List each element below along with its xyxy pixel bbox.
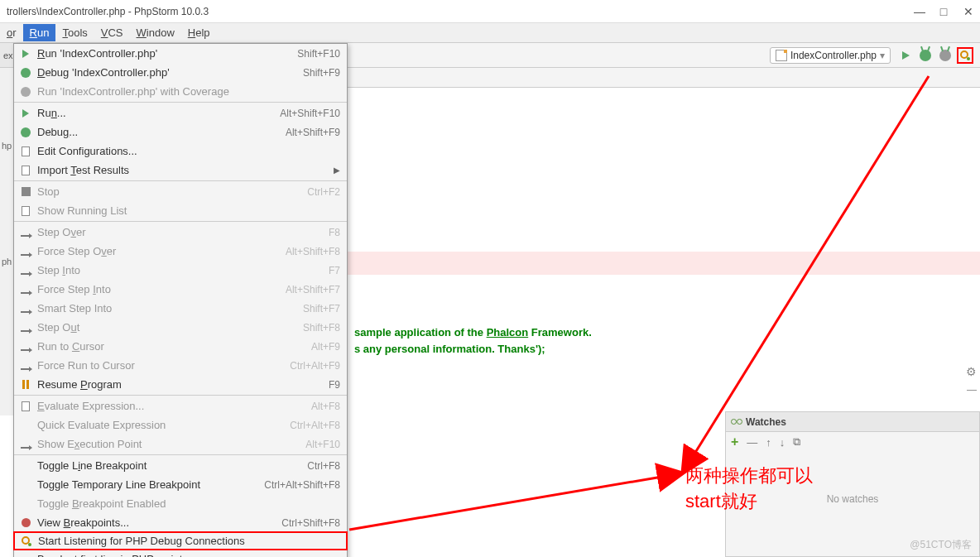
menu-shortcut: Alt+F8 xyxy=(311,401,340,412)
menu-item-show-running-list: Show Running List xyxy=(14,201,347,220)
menu-item-debug-indexcontroller-php[interactable]: Debug 'IndexController.php'Shift+F9 xyxy=(14,63,347,82)
submenu-arrow-icon: ▶ xyxy=(334,166,340,175)
document-icon xyxy=(17,146,34,156)
menu-shortcut: F8 xyxy=(329,227,340,238)
close-icon[interactable]: ✕ xyxy=(963,7,973,17)
title-bar: trollers\IndexController.php - PhpStorm … xyxy=(0,0,980,23)
menu-shortcut: Alt+Shift+F8 xyxy=(286,246,340,257)
menu-item-label: Run 'IndexController.php' xyxy=(34,47,297,60)
menu-item-debug[interactable]: Debug...Alt+Shift+F9 xyxy=(14,122,347,142)
menu-item-import-test-results[interactable]: Import Test Results▶ xyxy=(14,161,347,180)
menu-separator xyxy=(14,454,347,455)
menu-shortcut: Alt+Shift+F7 xyxy=(286,284,340,295)
menu-item-break-at-first-line-in-php-scripts[interactable]: Break at first line in PHP scripts xyxy=(14,550,347,557)
panel-minimize-icon[interactable]: — xyxy=(967,384,977,396)
coverage-button[interactable] xyxy=(937,47,954,64)
remove-watch-button[interactable]: — xyxy=(747,436,757,449)
rail-label-2[interactable]: ph xyxy=(2,257,12,266)
menu-separator xyxy=(14,395,347,396)
menu-tools[interactable]: Tools xyxy=(55,24,94,41)
menu-run[interactable]: Run xyxy=(23,24,56,41)
menu-item-label: Evaluate Expression... xyxy=(34,400,311,412)
move-up-button[interactable]: ↑ xyxy=(766,436,771,449)
move-down-button[interactable]: ↓ xyxy=(780,436,785,449)
menu-item-edit-configurations[interactable]: Edit Configurations... xyxy=(14,142,347,161)
debug-button[interactable] xyxy=(917,47,934,64)
menu-item-label: Step Out xyxy=(34,321,303,334)
rail-label-1[interactable]: hp xyxy=(2,141,12,151)
menu-shortcut: Ctrl+Shift+F8 xyxy=(281,517,340,529)
play-icon xyxy=(17,109,34,118)
menu-help[interactable]: Help xyxy=(181,24,217,41)
maximize-icon[interactable]: □ xyxy=(939,7,949,17)
code-line-1: sample application of the Phalcon Framew… xyxy=(354,326,592,339)
document-icon xyxy=(17,401,34,411)
menu-item-label: Force Step Over xyxy=(34,245,286,257)
menu-bar: orRunToolsVCSWindowHelp xyxy=(0,23,980,43)
menu-item-label: Show Execution Point xyxy=(34,438,305,450)
menu-or[interactable]: or xyxy=(0,24,23,41)
menu-separator xyxy=(14,180,347,181)
menu-item-label: Stop xyxy=(34,185,307,198)
play-icon xyxy=(17,50,34,58)
menu-shortcut: Shift+F8 xyxy=(303,322,340,334)
menu-separator xyxy=(14,102,347,103)
step-icon xyxy=(17,305,34,313)
menu-item-start-listening-for-php-debug-connections[interactable]: Start Listening for PHP Debug Connection… xyxy=(13,531,348,550)
step-icon xyxy=(17,343,34,351)
resume-icon xyxy=(17,380,34,389)
menu-item-toggle-line-breakpoint[interactable]: Toggle Line BreakpointCtrl+F8 xyxy=(14,456,347,475)
stop-icon xyxy=(17,187,34,196)
svg-line-1 xyxy=(349,477,662,530)
menu-window[interactable]: Window xyxy=(130,24,181,41)
editor-tab-bar xyxy=(348,68,980,88)
bug-icon xyxy=(17,127,34,137)
add-watch-button[interactable]: + xyxy=(731,435,738,449)
menu-shortcut: Shift+F9 xyxy=(303,67,340,79)
menu-shortcut: Ctrl+F8 xyxy=(307,460,340,472)
minimize-icon[interactable]: — xyxy=(914,7,924,17)
breakpoint-icon xyxy=(17,518,34,527)
menu-item-evaluate-expression: Evaluate Expression...Alt+F8 xyxy=(14,396,347,415)
menu-item-quick-evaluate-expression: Quick Evaluate ExpressionCtrl+Alt+F8 xyxy=(14,415,347,435)
step-icon xyxy=(17,324,34,332)
document-icon xyxy=(17,206,34,216)
step-icon xyxy=(17,228,34,237)
menu-item-label: Debug 'IndexController.php' xyxy=(34,66,303,79)
menu-shortcut: Ctrl+Alt+F8 xyxy=(290,420,340,431)
listen-debug-button[interactable] xyxy=(957,47,973,64)
copy-button[interactable]: ⧉ xyxy=(793,435,800,449)
menu-shortcut: Shift+F7 xyxy=(303,303,340,315)
editor-body[interactable]: sample application of the Phalcon Framew… xyxy=(348,88,980,415)
window-title: trollers\IndexController.php - PhpStorm … xyxy=(7,6,914,17)
menu-separator xyxy=(14,221,347,222)
menu-item-run-indexcontroller-php[interactable]: Run 'IndexController.php'Shift+F10 xyxy=(14,44,347,63)
run-config-dropdown[interactable]: IndexController.php ▾ xyxy=(770,47,891,64)
gear-icon[interactable]: ⚙ xyxy=(966,365,977,378)
menu-item-step-out: Step OutShift+F8 xyxy=(14,318,347,337)
menu-shortcut: F7 xyxy=(329,265,340,276)
menu-shortcut: Shift+F10 xyxy=(297,48,340,60)
menu-shortcut: Alt+Shift+F9 xyxy=(286,127,340,138)
document-icon xyxy=(17,166,34,175)
menu-vcs[interactable]: VCS xyxy=(94,24,130,41)
watches-tab[interactable]: Watches xyxy=(726,412,979,432)
menu-item-label: Step Into xyxy=(34,264,329,276)
menu-item-run-to-cursor: Run to CursorAlt+F9 xyxy=(14,337,347,356)
editor-highlight-row xyxy=(348,252,980,275)
php-file-icon xyxy=(776,50,787,61)
menu-item-label: Import Test Results xyxy=(34,164,330,176)
menu-item-label: View Breakpoints... xyxy=(34,516,281,529)
menu-item-label: Run to Cursor xyxy=(34,340,311,353)
window-controls: — □ ✕ xyxy=(914,7,973,17)
menu-item-view-breakpoints[interactable]: View Breakpoints...Ctrl+Shift+F8 xyxy=(14,513,347,532)
menu-item-force-step-into: Force Step IntoAlt+Shift+F7 xyxy=(14,280,347,299)
menu-item-step-over: Step OverF8 xyxy=(14,223,347,242)
menu-item-run[interactable]: Run...Alt+Shift+F10 xyxy=(14,103,347,122)
menu-item-label: Debug... xyxy=(34,126,286,138)
menu-item-label: Force Run to Cursor xyxy=(34,359,290,372)
menu-item-resume-program[interactable]: Resume ProgramF9 xyxy=(14,375,347,394)
run-button[interactable] xyxy=(897,47,914,64)
menu-item-toggle-temporary-line-breakpoint[interactable]: Toggle Temporary Line BreakpointCtrl+Alt… xyxy=(14,475,347,494)
menu-shortcut: F9 xyxy=(329,379,340,391)
